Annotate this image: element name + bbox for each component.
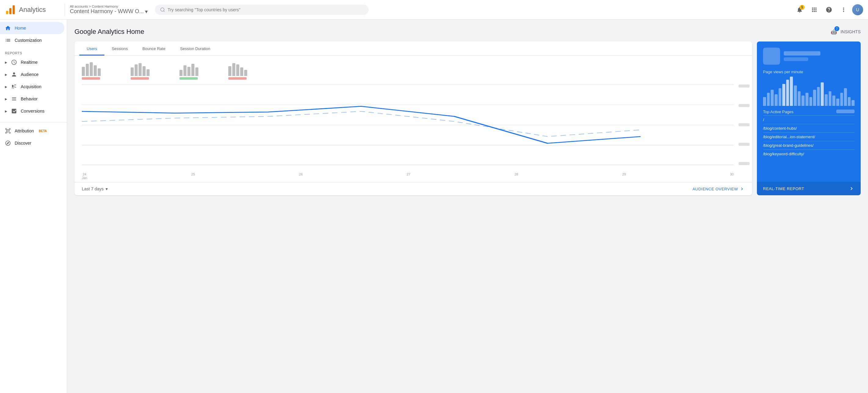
behavior-label: Behavior (21, 96, 37, 101)
search-input[interactable] (167, 7, 364, 12)
analytics-logo-icon (5, 4, 16, 15)
app-title: Analytics (19, 6, 46, 14)
search-bar[interactable] (155, 5, 369, 15)
expand-icon-audience: ▶ (5, 73, 7, 76)
x-label-26: 26 (299, 172, 303, 180)
insights-button[interactable]: 🤖 7 INSIGHTS (829, 27, 861, 37)
top-pages-label: Top Active Pages (763, 109, 855, 114)
notifications-button[interactable]: 1 (794, 4, 806, 16)
help-button[interactable] (823, 4, 835, 16)
logo-area: Analytics (5, 4, 60, 15)
audience-icon (11, 71, 17, 77)
tab-session-duration[interactable]: Session Duration (173, 41, 218, 56)
home-icon (5, 25, 11, 31)
svg-point-3 (160, 8, 164, 11)
page-title: Google Analytics Home (74, 28, 144, 36)
sidebar-item-acquisition[interactable]: ▶ Acquisition (0, 80, 64, 93)
realtime-icon (11, 59, 17, 65)
sidebar-item-attribution[interactable]: Attribution BETA (0, 125, 64, 137)
metric-tabs: Users Sessions Bounce Rate Session Durat… (74, 41, 752, 56)
page-item-editorial: /blog/editorial...ion-statement/ (763, 132, 855, 141)
account-name: Content Harmony - WWW O... ▾ (70, 8, 148, 15)
account-breadcrumb: All accounts > Content Harmony (70, 5, 148, 8)
apps-button[interactable] (808, 4, 820, 16)
tab-sessions[interactable]: Sessions (104, 41, 135, 56)
search-icon (160, 7, 165, 12)
expand-icon-acquisition: ▶ (5, 85, 7, 89)
audience-label: Audience (21, 72, 38, 77)
sidebar-bottom: Attribution BETA Discover (0, 122, 67, 149)
insights-icon: 🤖 7 (829, 27, 839, 37)
sidebar-item-behavior[interactable]: ▶ Behavior (0, 93, 64, 105)
analytics-main-card: Users Sessions Bounce Rate Session Durat… (74, 41, 752, 195)
more-vert-icon (840, 6, 847, 13)
x-label-25: 25 (191, 172, 195, 180)
sidebar-item-discover[interactable]: Discover (0, 137, 64, 149)
card-footer: Last 7 days ▾ AUDIENCE OVERVIEW (74, 182, 752, 195)
realtime-report-link[interactable]: REAL-TIME REPORT (757, 182, 861, 195)
conversions-icon (11, 108, 17, 114)
svg-rect-2 (12, 5, 14, 14)
expand-icon: ▶ (5, 61, 7, 64)
tab-bounce-rate[interactable]: Bounce Rate (135, 41, 173, 56)
chart-area: 24 Jan 25 26 27 28 (74, 85, 752, 182)
page-item-keyword-difficulty: /blog/keyword-difficulty/ (763, 150, 855, 158)
metric-bounce-rate (180, 61, 216, 79)
audience-overview-link[interactable]: AUDIENCE OVERVIEW (692, 186, 745, 192)
sidebar-item-conversions[interactable]: ▶ Conversions (0, 105, 64, 117)
realtime-bar-chart (763, 76, 855, 107)
realtime-label: Realtime (21, 60, 37, 65)
expand-icon-conversions: ▶ (5, 109, 7, 113)
sidebar-item-realtime[interactable]: ▶ Realtime (0, 56, 64, 68)
svg-rect-1 (9, 8, 11, 14)
date-range-label: Last 7 days (82, 187, 104, 191)
chevron-down-icon: ▾ (145, 8, 148, 15)
svg-rect-0 (6, 11, 8, 14)
customization-icon (5, 37, 11, 43)
home-label: Home (14, 26, 26, 31)
account-selector[interactable]: All accounts > Content Harmony Content H… (70, 5, 148, 15)
customization-label: Customization (14, 38, 42, 43)
behavior-icon (11, 96, 17, 102)
line-chart-svg (82, 85, 734, 165)
attribution-icon (5, 128, 11, 134)
sidebar-item-customization[interactable]: Customization (0, 34, 64, 46)
app-header: Analytics All accounts > Content Harmony… (0, 0, 868, 20)
conversions-label: Conversions (21, 109, 44, 113)
realtime-card: Page views per minute (757, 41, 861, 195)
insights-count: 7 (834, 26, 839, 31)
realtime-subtitle: Page views per minute (763, 70, 855, 74)
header-actions: 1 U (794, 4, 863, 16)
dropdown-arrow-icon: ▾ (105, 187, 108, 191)
beta-badge: BETA (39, 129, 47, 133)
x-label-29: 29 (622, 172, 626, 180)
header-divider (65, 4, 65, 16)
acquisition-label: Acquisition (21, 84, 41, 89)
discover-icon (5, 140, 11, 146)
realtime-top: Page views per minute (757, 41, 861, 182)
tab-users[interactable]: Users (79, 41, 104, 56)
arrow-right-realtime-icon (848, 186, 855, 192)
arrow-right-icon (739, 186, 745, 192)
page-item-brand-guidelines: /blog/great-brand-guidelines/ (763, 141, 855, 150)
date-range-button[interactable]: Last 7 days ▾ (82, 187, 108, 191)
metric-values (74, 56, 752, 85)
notification-badge: 1 (800, 5, 805, 10)
sidebar-item-home[interactable]: Home (0, 22, 64, 34)
x-label-27: 27 (407, 172, 410, 180)
metric-users (82, 61, 118, 79)
user-avatar[interactable]: U (852, 4, 863, 15)
sidebar-item-audience[interactable]: ▶ Audience (0, 68, 64, 80)
metric-session-duration (228, 61, 265, 79)
x-label-24: 24 Jan (82, 172, 87, 180)
expand-icon-behavior: ▶ (5, 97, 7, 101)
main-layout: Home Customization REPORTS ▶ Realtime ▶ … (0, 20, 868, 393)
x-label-28: 28 (515, 172, 518, 180)
apps-icon (811, 6, 818, 13)
insights-label: INSIGHTS (840, 29, 861, 34)
help-icon (826, 6, 832, 13)
attribution-label: Attribution (14, 128, 34, 133)
main-content: Google Analytics Home 🤖 7 INSIGHTS Users (67, 20, 868, 393)
more-options-button[interactable] (837, 4, 850, 16)
discover-label: Discover (14, 141, 31, 145)
